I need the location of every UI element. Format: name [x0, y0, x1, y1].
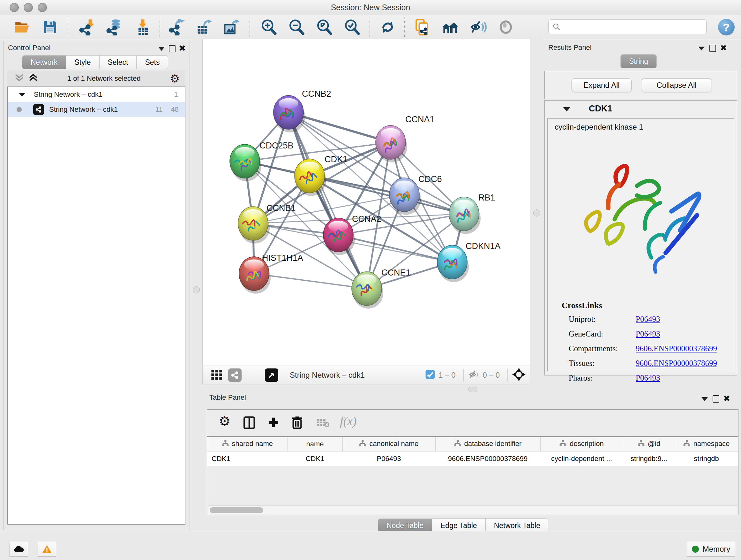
results-panel-close-icon[interactable]: ✖	[720, 45, 727, 52]
column-header-namespace[interactable]: namespace	[675, 437, 738, 451]
left-splitter-handle[interactable]	[193, 287, 200, 294]
network-node-CDC25B[interactable]	[230, 144, 261, 181]
tab-style[interactable]: Style	[66, 55, 99, 69]
tab-edge-table[interactable]: Edge Table	[432, 518, 486, 533]
crosslink-link[interactable]: 9606.ENSP00000378699	[636, 344, 717, 353]
warning-button[interactable]	[38, 542, 56, 557]
table-row[interactable]: CDK1CDK1P064939606.ENSP00000378699cyclin…	[207, 451, 738, 466]
zoom-in-icon[interactable]	[260, 18, 277, 36]
zoom-out-icon[interactable]	[288, 18, 305, 36]
column-header-description[interactable]: description	[540, 437, 623, 451]
function-builder-icon[interactable]: f(x)	[340, 414, 357, 428]
delete-table-icon[interactable]	[316, 418, 330, 429]
export-network-icon[interactable]	[169, 18, 186, 36]
network-node-CCNB2[interactable]	[273, 96, 305, 132]
results-panel-maximize-icon[interactable]	[710, 45, 716, 53]
zoom-fit-icon[interactable]	[316, 18, 333, 36]
search-input[interactable]	[561, 22, 696, 31]
hidden-eye-slash-icon[interactable]	[468, 369, 480, 381]
tab-node-table[interactable]: Node Table	[378, 518, 432, 533]
column-header-shared-name[interactable]: shared name	[207, 437, 287, 451]
birds-eye-crosshair-icon[interactable]	[512, 368, 526, 382]
collection-expand-icon[interactable]	[19, 90, 25, 99]
tab-sets[interactable]: Sets	[137, 55, 168, 69]
export-image-icon[interactable]	[223, 18, 240, 36]
results-panel-float-icon[interactable]	[698, 46, 704, 52]
show-columns-icon[interactable]	[243, 416, 256, 431]
table-panel-float-icon[interactable]	[701, 396, 708, 402]
network-node-CCNE1[interactable]	[352, 272, 383, 309]
scrollbar-thumb[interactable]	[210, 507, 263, 513]
help-button[interactable]: ?	[718, 19, 735, 36]
create-column-icon[interactable]	[267, 416, 280, 430]
gene-collapse-icon[interactable]	[563, 107, 570, 113]
table-cell[interactable]: CDK1	[287, 451, 342, 466]
expand-all-networks-icon[interactable]	[28, 73, 38, 84]
crosslink-link[interactable]: P06493	[636, 315, 660, 324]
import-network-database-icon[interactable]	[105, 18, 123, 36]
left-splitter[interactable]	[190, 39, 202, 531]
network-collection-row[interactable]: String Network – cdk1 1	[8, 87, 185, 102]
search-field[interactable]	[548, 19, 706, 34]
import-network-file-icon[interactable]	[78, 18, 95, 36]
right-splitter[interactable]	[530, 39, 542, 385]
network-node-CDKN1A[interactable]	[437, 245, 469, 282]
column-header--id[interactable]: @id	[623, 437, 675, 451]
memory-button[interactable]: Memory	[687, 542, 735, 557]
network-edge[interactable]	[254, 273, 367, 289]
crosslink-link[interactable]: 9606.ENSP00000378699	[636, 359, 717, 368]
cloud-button[interactable]	[10, 542, 28, 557]
external-link-icon[interactable]	[265, 368, 278, 382]
network-node-CCNA1[interactable]	[376, 125, 407, 163]
control-panel-maximize-icon[interactable]	[169, 45, 176, 54]
export-table-icon[interactable]	[196, 18, 213, 36]
crosslink-link[interactable]: P06493	[636, 329, 660, 338]
selected-checkbox-icon[interactable]	[425, 369, 435, 381]
table-panel-maximize-icon[interactable]	[713, 395, 719, 404]
table-cell[interactable]: cyclin-dependent ...	[540, 451, 623, 466]
network-canvas[interactable]: CCNB2CCNA1CDC25BCDK1CDC6RB1CCNB1CCNA2CDK…	[202, 39, 530, 366]
node-table[interactable]: shared namenamecanonical namedatabase id…	[207, 436, 738, 466]
network-row[interactable]: String Network – cdk1 11 48	[8, 102, 185, 117]
tab-select[interactable]: Select	[99, 55, 137, 69]
delete-column-icon[interactable]	[291, 415, 304, 431]
right-splitter-handle[interactable]	[533, 209, 540, 216]
zoom-selected-icon[interactable]	[343, 18, 360, 36]
save-session-icon[interactable]	[42, 18, 59, 36]
column-header-canonical-name[interactable]: canonical name	[342, 437, 435, 451]
control-panel-float-icon[interactable]	[158, 46, 165, 52]
network-node-CCNA2[interactable]	[323, 218, 355, 255]
crosslink-link[interactable]: P06493	[636, 374, 660, 382]
horizontal-splitter-handle[interactable]	[468, 387, 477, 392]
column-header-database-identifier[interactable]: database identifier	[435, 437, 540, 451]
table-cell[interactable]: CDK1	[207, 451, 287, 466]
tab-network-table[interactable]: Network Table	[486, 518, 549, 533]
import-table-file-icon[interactable]	[134, 18, 151, 36]
network-options-gear-icon[interactable]: ⚙	[170, 73, 180, 84]
network-node-CDK1[interactable]	[294, 159, 326, 196]
eye-icon[interactable]	[497, 18, 515, 36]
new-network-from-selection-icon[interactable]	[414, 18, 431, 36]
collapse-all-button[interactable]: Collapse All	[642, 78, 711, 92]
table-cell[interactable]: stringdb	[675, 451, 738, 466]
network-node-count: 11	[155, 105, 163, 114]
tab-network[interactable]: Network	[22, 55, 66, 69]
eye-slash-icon[interactable]	[470, 18, 487, 36]
houses-icon[interactable]	[442, 18, 459, 36]
open-session-icon[interactable]	[13, 18, 30, 36]
table-cell[interactable]: P06493	[342, 451, 435, 466]
apply-layout-icon[interactable]	[379, 18, 396, 36]
tab-string[interactable]: String	[620, 54, 657, 68]
table-panel-close-icon[interactable]: ✖	[723, 395, 730, 402]
column-header-name[interactable]: name	[287, 437, 342, 451]
table-options-gear-icon[interactable]: ⚙	[219, 415, 231, 428]
share-icon[interactable]	[228, 368, 242, 382]
table-cell[interactable]: stringdb:9...	[623, 451, 675, 466]
grid-icon[interactable]	[210, 368, 223, 382]
table-horizontal-scrollbar[interactable]	[208, 505, 737, 515]
control-panel-close-icon[interactable]: ✖	[179, 45, 186, 52]
collapse-all-networks-icon[interactable]	[14, 73, 24, 84]
network-node-RB1[interactable]	[449, 197, 481, 234]
expand-all-button[interactable]: Expand All	[571, 78, 631, 92]
table-cell[interactable]: 9606.ENSP00000378699	[435, 451, 540, 466]
